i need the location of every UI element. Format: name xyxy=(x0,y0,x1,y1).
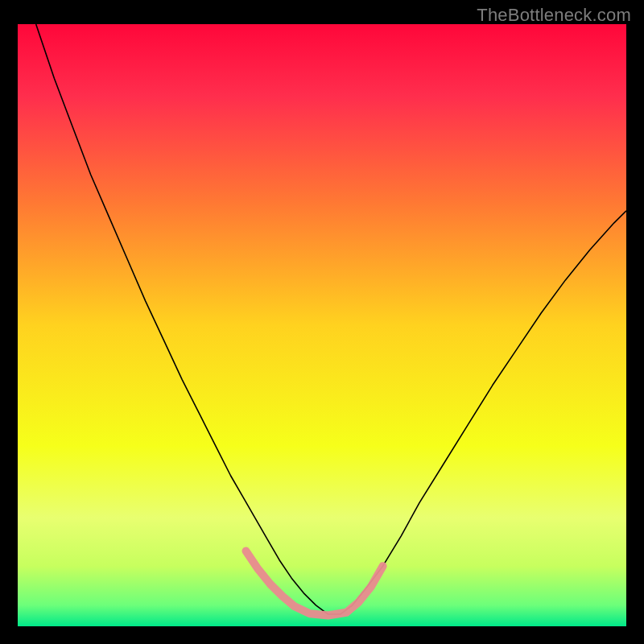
plot-area xyxy=(18,24,626,626)
gradient-background xyxy=(18,24,626,626)
chart-stage: TheBottleneck.com xyxy=(0,0,644,644)
watermark-text: TheBottleneck.com xyxy=(477,5,631,26)
chart-svg xyxy=(18,24,626,626)
